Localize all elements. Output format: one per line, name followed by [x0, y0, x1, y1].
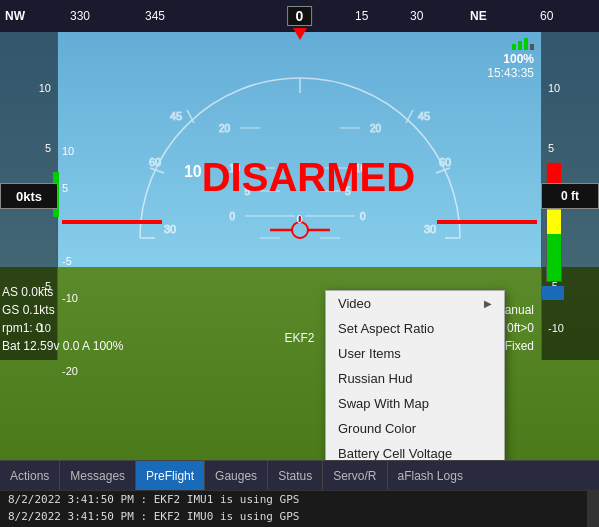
pitch-5: 5 [62, 182, 68, 194]
log-bar: 8/2/2022 3:41:50 PM : EKF2 IMU1 is using… [0, 490, 599, 527]
menu-item-video[interactable]: Video ▶ [326, 291, 504, 316]
compass-15: 15 [355, 9, 368, 23]
tab-messages[interactable]: Messages [60, 461, 136, 490]
battery-bar [546, 162, 562, 282]
speed-10-top: 10 [39, 82, 51, 94]
battery-pct: 100% [487, 52, 534, 66]
compass-30: 30 [410, 9, 423, 23]
heading-triangle [293, 28, 307, 40]
disarmed-text: DISARMED [202, 155, 415, 199]
pitch-minus10: -10 [62, 292, 78, 304]
tab-status[interactable]: Status [268, 461, 323, 490]
disarmed-prefix: 10 [184, 163, 202, 180]
horizon-bar-right [437, 220, 537, 224]
menu-item-user-items[interactable]: User Items [326, 341, 504, 366]
tab-preflight[interactable]: PreFlight [136, 461, 205, 490]
log-entry-1: 8/2/2022 3:41:50 PM : EKF2 IMU1 is using… [0, 491, 599, 508]
menu-item-aspect-ratio[interactable]: Set Aspect Ratio [326, 316, 504, 341]
tab-servo[interactable]: Servo/R [323, 461, 387, 490]
battery-label: Bat 12.59v 0.0 A 100% [2, 337, 123, 355]
speed-5-top: 5 [45, 142, 51, 154]
compass-330: 330 [70, 9, 90, 23]
tab-actions[interactable]: Actions [0, 461, 60, 490]
menu-item-battery-voltage[interactable]: Battery Cell Voltage [326, 441, 504, 460]
hud-display: NW 330 345 0 15 30 NE 60 60 60 45 45 [0, 0, 599, 460]
disarmed-label: 10DISARMED [184, 155, 415, 200]
compass-60: 60 [540, 9, 553, 23]
zero-indicator: 0 [296, 213, 302, 225]
heading-box: 0 [287, 6, 313, 26]
alt-blue-indicator [542, 286, 564, 300]
pitch-minus20: -20 [62, 365, 78, 377]
menu-item-ground-color[interactable]: Ground Color [326, 416, 504, 441]
status-time: 15:43:35 [487, 66, 534, 80]
speed-box: 0kts [0, 183, 58, 209]
horizon-bar-left [62, 220, 162, 224]
log-scrollbar[interactable] [587, 491, 599, 527]
signal-bar-4 [530, 44, 534, 50]
menu-item-swap-map[interactable]: Swap With Map [326, 391, 504, 416]
signal-bar-1 [512, 44, 516, 50]
submenu-arrow: ▶ [484, 298, 492, 309]
status-area: 100% 15:43:35 [487, 38, 534, 80]
compass-nw: NW [5, 9, 25, 23]
pitch-10: 10 [62, 145, 74, 157]
menu-item-russian-hud[interactable]: Russian Hud [326, 366, 504, 391]
nav-tabs: Actions Messages PreFlight Gauges Status… [0, 460, 599, 490]
alt-minus10: -10 [548, 322, 564, 334]
tab-gauges[interactable]: Gauges [205, 461, 268, 490]
compass-345: 345 [145, 9, 165, 23]
altitude-box: 0 ft [541, 183, 599, 209]
context-menu[interactable]: Video ▶ Set Aspect Ratio User Items Russ… [325, 290, 505, 460]
ekf-label: EKF2 [284, 331, 314, 345]
alt-5-top: 5 [548, 142, 554, 154]
signal-bars [487, 38, 534, 50]
rpm-label: rpm1: 0 [2, 319, 123, 337]
tab-aflash[interactable]: aFlash Logs [388, 461, 473, 490]
signal-bar-2 [518, 41, 522, 50]
alt-10-top: 10 [548, 82, 560, 94]
log-entry-2: 8/2/2022 3:41:50 PM : EKF2 IMU0 is using… [0, 508, 599, 525]
signal-bar-3 [524, 38, 528, 50]
pitch-minus5: -5 [62, 255, 72, 267]
compass-ne: NE [470, 9, 487, 23]
